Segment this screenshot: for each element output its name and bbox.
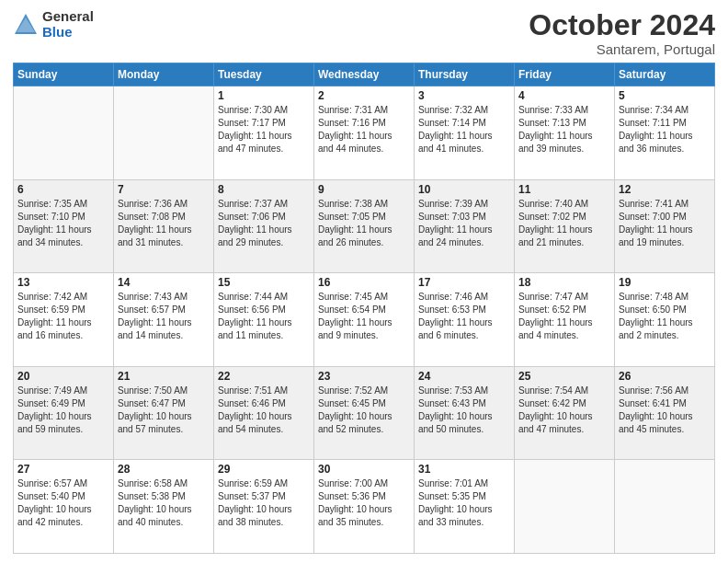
day-number: 9 [318,183,410,196]
day-number: 25 [518,370,610,383]
day-number: 4 [518,89,610,102]
title-location: Santarem, Portugal [529,41,715,57]
table-row: 28Sunrise: 6:58 AMSunset: 5:38 PMDayligh… [114,460,214,554]
day-info: Sunrise: 7:38 AMSunset: 7:05 PMDaylight:… [318,198,410,249]
day-info: Sunrise: 7:34 AMSunset: 7:11 PMDaylight:… [619,104,711,155]
day-number: 21 [118,370,210,383]
day-info: Sunrise: 7:45 AMSunset: 6:54 PMDaylight:… [318,291,410,342]
col-saturday: Saturday [615,63,715,86]
day-number: 6 [17,183,109,196]
day-number: 13 [17,276,109,289]
table-row [114,86,214,180]
table-row: 12Sunrise: 7:41 AMSunset: 7:00 PMDayligh… [615,179,715,273]
col-wednesday: Wednesday [314,63,415,86]
table-row: 31Sunrise: 7:01 AMSunset: 5:35 PMDayligh… [415,460,515,554]
table-row: 5Sunrise: 7:34 AMSunset: 7:11 PMDaylight… [615,86,715,180]
table-row: 21Sunrise: 7:50 AMSunset: 6:47 PMDayligh… [114,366,214,460]
table-row: 11Sunrise: 7:40 AMSunset: 7:02 PMDayligh… [515,179,615,273]
day-number: 2 [318,89,410,102]
day-number: 22 [218,370,310,383]
day-number: 17 [418,276,510,289]
day-info: Sunrise: 7:30 AMSunset: 7:17 PMDaylight:… [218,104,310,155]
calendar-week-row: 1Sunrise: 7:30 AMSunset: 7:17 PMDaylight… [14,86,715,180]
day-info: Sunrise: 7:42 AMSunset: 6:59 PMDaylight:… [17,291,109,342]
day-number: 24 [418,370,510,383]
calendar-week-row: 27Sunrise: 6:57 AMSunset: 5:40 PMDayligh… [14,460,715,554]
day-number: 18 [518,276,610,289]
calendar-week-row: 6Sunrise: 7:35 AMSunset: 7:10 PMDaylight… [14,179,715,273]
day-number: 7 [118,183,210,196]
table-row: 15Sunrise: 7:44 AMSunset: 6:56 PMDayligh… [214,273,314,367]
day-number: 28 [118,463,210,476]
day-number: 14 [118,276,210,289]
day-number: 10 [418,183,510,196]
day-number: 16 [318,276,410,289]
col-tuesday: Tuesday [214,63,314,86]
day-info: Sunrise: 7:00 AMSunset: 5:36 PMDaylight:… [318,477,410,529]
title-block: October 2024 Santarem, Portugal [529,9,715,57]
calendar-week-row: 20Sunrise: 7:49 AMSunset: 6:49 PMDayligh… [14,366,715,460]
day-info: Sunrise: 7:46 AMSunset: 6:53 PMDaylight:… [418,291,510,342]
col-thursday: Thursday [415,63,515,86]
table-row [615,460,715,554]
day-info: Sunrise: 7:43 AMSunset: 6:57 PMDaylight:… [118,291,210,342]
day-number: 29 [218,463,310,476]
logo: General Blue [13,9,94,40]
day-number: 31 [418,463,510,476]
table-row: 2Sunrise: 7:31 AMSunset: 7:16 PMDaylight… [314,86,415,180]
col-friday: Friday [515,63,615,86]
svg-marker-1 [17,17,35,32]
table-row: 26Sunrise: 7:56 AMSunset: 6:41 PMDayligh… [615,366,715,460]
table-row: 30Sunrise: 7:00 AMSunset: 5:36 PMDayligh… [314,460,415,554]
table-row: 20Sunrise: 7:49 AMSunset: 6:49 PMDayligh… [14,366,114,460]
table-row: 17Sunrise: 7:46 AMSunset: 6:53 PMDayligh… [415,273,515,367]
day-info: Sunrise: 6:58 AMSunset: 5:38 PMDaylight:… [118,477,210,529]
table-row: 4Sunrise: 7:33 AMSunset: 7:13 PMDaylight… [515,86,615,180]
calendar-week-row: 13Sunrise: 7:42 AMSunset: 6:59 PMDayligh… [14,273,715,367]
day-info: Sunrise: 7:48 AMSunset: 6:50 PMDaylight:… [619,291,711,342]
day-info: Sunrise: 6:57 AMSunset: 5:40 PMDaylight:… [17,477,109,529]
day-number: 26 [619,370,711,383]
table-row: 1Sunrise: 7:30 AMSunset: 7:17 PMDaylight… [214,86,314,180]
day-info: Sunrise: 7:51 AMSunset: 6:46 PMDaylight:… [218,385,310,436]
table-row: 13Sunrise: 7:42 AMSunset: 6:59 PMDayligh… [14,273,114,367]
header: General Blue October 2024 Santarem, Port… [13,9,715,57]
table-row [14,86,114,180]
table-row: 29Sunrise: 6:59 AMSunset: 5:37 PMDayligh… [214,460,314,554]
day-info: Sunrise: 7:36 AMSunset: 7:08 PMDaylight:… [118,198,210,249]
table-row: 9Sunrise: 7:38 AMSunset: 7:05 PMDaylight… [314,179,415,273]
day-info: Sunrise: 7:47 AMSunset: 6:52 PMDaylight:… [518,291,610,342]
day-number: 11 [518,183,610,196]
day-number: 12 [619,183,711,196]
table-row: 22Sunrise: 7:51 AMSunset: 6:46 PMDayligh… [214,366,314,460]
day-info: Sunrise: 7:31 AMSunset: 7:16 PMDaylight:… [318,104,410,155]
table-row: 8Sunrise: 7:37 AMSunset: 7:06 PMDaylight… [214,179,314,273]
day-number: 19 [619,276,711,289]
day-number: 23 [318,370,410,383]
table-row: 6Sunrise: 7:35 AMSunset: 7:10 PMDaylight… [14,179,114,273]
calendar-header-row: Sunday Monday Tuesday Wednesday Thursday… [14,63,715,86]
day-info: Sunrise: 7:52 AMSunset: 6:45 PMDaylight:… [318,385,410,436]
day-number: 15 [218,276,310,289]
table-row: 7Sunrise: 7:36 AMSunset: 7:08 PMDaylight… [114,179,214,273]
table-row: 10Sunrise: 7:39 AMSunset: 7:03 PMDayligh… [415,179,515,273]
table-row: 16Sunrise: 7:45 AMSunset: 6:54 PMDayligh… [314,273,415,367]
day-number: 3 [418,89,510,102]
logo-text: General Blue [42,9,94,40]
title-month: October 2024 [529,9,715,41]
col-monday: Monday [114,63,214,86]
day-number: 1 [218,89,310,102]
table-row: 27Sunrise: 6:57 AMSunset: 5:40 PMDayligh… [14,460,114,554]
day-info: Sunrise: 7:35 AMSunset: 7:10 PMDaylight:… [17,198,109,249]
day-number: 20 [17,370,109,383]
calendar-table: Sunday Monday Tuesday Wednesday Thursday… [13,63,715,554]
table-row [515,460,615,554]
table-row: 18Sunrise: 7:47 AMSunset: 6:52 PMDayligh… [515,273,615,367]
day-info: Sunrise: 7:33 AMSunset: 7:13 PMDaylight:… [518,104,610,155]
day-info: Sunrise: 7:39 AMSunset: 7:03 PMDaylight:… [418,198,510,249]
day-info: Sunrise: 7:41 AMSunset: 7:00 PMDaylight:… [619,198,711,249]
day-info: Sunrise: 7:40 AMSunset: 7:02 PMDaylight:… [518,198,610,249]
day-info: Sunrise: 7:44 AMSunset: 6:56 PMDaylight:… [218,291,310,342]
col-sunday: Sunday [14,63,114,86]
day-info: Sunrise: 7:53 AMSunset: 6:43 PMDaylight:… [418,385,510,436]
